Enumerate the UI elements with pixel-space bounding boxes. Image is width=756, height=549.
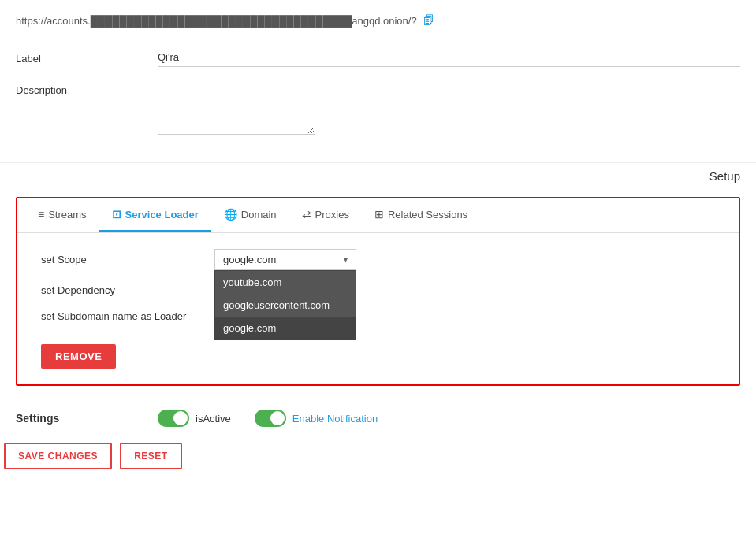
subdomain-row: set Subdomain name as Loader accounts (41, 310, 715, 322)
is-active-toggle[interactable] (158, 410, 189, 427)
is-active-label: isActive (196, 413, 231, 425)
service-loader-content: set Scope google.com ▾ youtube.com googl… (17, 233, 739, 384)
label-row: Label (16, 48, 740, 67)
domain-icon: 🌐 (224, 208, 237, 221)
service-loader-icon: ⊡ (112, 208, 121, 221)
page: https://accounts.███████████████████████… (0, 0, 756, 549)
tab-related-sessions-label: Related Sessions (388, 209, 467, 221)
description-field-label: Description (16, 80, 158, 96)
tab-service-loader[interactable]: ⊡ Service Loader (99, 198, 211, 232)
is-active-toggle-knob (173, 411, 188, 425)
setup-heading: Setup (0, 162, 756, 189)
description-field-control (158, 80, 740, 137)
scope-selected-text: google.com (223, 254, 276, 265)
settings-label: Settings (16, 412, 158, 425)
scope-label: set Scope (41, 254, 214, 265)
url-text: https://accounts.███████████████████████… (16, 15, 417, 27)
scope-option-google[interactable]: google.com (215, 317, 356, 339)
tab-service-loader-label: Service Loader (125, 209, 199, 221)
tab-domain[interactable]: 🌐 Domain (211, 198, 289, 232)
settings-section: Settings isActive Enable Notification (0, 394, 756, 435)
scope-control: google.com ▾ youtube.com googleuserconte… (214, 249, 715, 270)
scope-option-youtube[interactable]: youtube.com (215, 271, 356, 294)
dependency-label: set Dependency (41, 284, 214, 296)
enable-notification-toggle-knob (270, 411, 285, 425)
remove-button[interactable]: REMOVE (41, 344, 116, 369)
scope-option-googleusercontent[interactable]: googleusercontent.com (215, 294, 356, 317)
tabs-section: ≡ Streams ⊡ Service Loader 🌐 Domain ⇄ Pr… (16, 197, 740, 386)
scope-row: set Scope google.com ▾ youtube.com googl… (41, 249, 715, 270)
tabs-header: ≡ Streams ⊡ Service Loader 🌐 Domain ⇄ Pr… (17, 198, 739, 233)
tab-streams[interactable]: ≡ Streams (25, 198, 99, 232)
tab-streams-label: Streams (48, 209, 86, 221)
enable-notification-toggle[interactable] (255, 410, 286, 427)
scope-dropdown-menu: youtube.com googleusercontent.com google… (214, 270, 356, 340)
scope-selected[interactable]: google.com ▾ (214, 249, 356, 270)
copy-icon[interactable]: 🗐 (423, 14, 434, 27)
is-active-toggle-group: isActive (158, 410, 231, 427)
enable-notification-toggle-group: Enable Notification (255, 410, 378, 427)
save-changes-button[interactable]: SAVE CHANGES (4, 443, 112, 469)
description-textarea[interactable] (158, 80, 315, 135)
proxies-icon: ⇄ (302, 208, 311, 221)
enable-notification-label: Enable Notification (292, 413, 378, 425)
settings-controls: isActive Enable Notification (158, 410, 378, 427)
subdomain-label: set Subdomain name as Loader (41, 310, 214, 322)
tab-proxies[interactable]: ⇄ Proxies (289, 198, 362, 232)
related-sessions-icon: ⊞ (374, 208, 384, 221)
url-bar: https://accounts.███████████████████████… (0, 0, 756, 35)
label-field-label: Label (16, 48, 158, 65)
reset-button[interactable]: RESET (120, 443, 182, 469)
description-row: Description (16, 80, 740, 137)
bottom-buttons: SAVE CHANGES RESET (0, 435, 756, 485)
label-field-control (158, 48, 740, 67)
tab-domain-label: Domain (241, 209, 277, 221)
tab-proxies-label: Proxies (315, 209, 349, 221)
scope-dropdown[interactable]: google.com ▾ youtube.com googleuserconte… (214, 249, 356, 270)
streams-icon: ≡ (38, 208, 44, 221)
dropdown-arrow-icon: ▾ (344, 255, 348, 264)
label-input[interactable] (158, 48, 740, 67)
tab-related-sessions[interactable]: ⊞ Related Sessions (362, 198, 480, 232)
form-section: Label Description (0, 35, 756, 162)
dependency-row: set Dependency (41, 284, 715, 296)
